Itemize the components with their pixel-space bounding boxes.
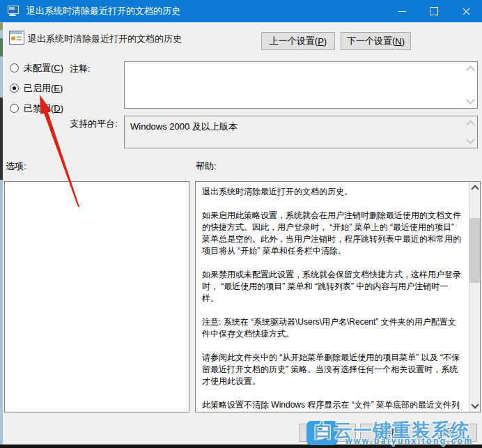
options-panel	[4, 181, 189, 412]
help-paragraph: 如果启用此策略设置，系统就会在用户注销时删除最近使用的文档文件的快捷方式。因此，…	[202, 210, 464, 257]
window-title: 退出系统时清除最近打开的文档的历史	[26, 0, 180, 22]
platform-field: Windows 2000 及以上版本	[124, 116, 478, 148]
scrollbar-up-button[interactable]	[469, 182, 480, 194]
comment-input[interactable]	[124, 61, 478, 109]
radio-enabled[interactable]: 已启用(E)	[10, 82, 63, 94]
scroll-up-icon	[466, 120, 475, 129]
radio-label: 未配置(C)	[24, 62, 63, 75]
help-label: 帮助:	[196, 160, 217, 173]
chevron-up-icon	[471, 185, 479, 192]
scroll-down-icon	[466, 135, 475, 144]
comment-label: 注释:	[70, 63, 91, 75]
options-label: 选项:	[6, 160, 26, 173]
radio-circle[interactable]	[10, 63, 19, 72]
help-paragraph: 请参阅此文件夹中的 “从开始菜单删除最近使用的项目菜单” 以及 “不保留最近打开…	[202, 352, 464, 387]
maximize-icon	[430, 7, 438, 15]
scroll-up-icon[interactable]	[466, 65, 475, 75]
maximize-button[interactable]	[418, 0, 450, 22]
group-policy-setting-dialog: 退出系统时清除最近打开的文档的历史 退出系统时清除最近打开的文档的历史 上一个设…	[0, 0, 482, 448]
scrollbar-thumb[interactable]	[469, 218, 480, 283]
scrollbar-down-button[interactable]	[469, 400, 480, 412]
radio-not-configured[interactable]: 未配置(C)	[10, 62, 63, 74]
minimize-button[interactable]	[386, 0, 418, 22]
minimize-icon	[398, 11, 406, 12]
chevron-down-icon	[471, 401, 479, 408]
setting-title: 退出系统时清除最近打开的文档的历史	[28, 33, 182, 45]
close-button[interactable]	[450, 0, 482, 22]
watermark-url-text: www.baiyunxitong.com	[345, 436, 474, 446]
next-setting-button[interactable]: 下一个设置(N)	[341, 32, 411, 50]
help-text: 退出系统时清除最近打开的文档的历史。如果启用此策略设置，系统就会在用户注销时删除…	[196, 182, 468, 412]
title-bar: 退出系统时清除最近打开的文档的历史	[0, 0, 482, 22]
platform-label: 支持的平台:	[70, 118, 118, 130]
radio-label: 已启用(E)	[24, 82, 63, 95]
help-paragraph: 如果禁用或未配置此设置，系统就会保留文档快捷方式，这样用户登录时， “最近使用的…	[202, 269, 464, 304]
previous-setting-button[interactable]: 上一个设置(P)	[261, 32, 335, 50]
help-panel: 退出系统时清除最近打开的文档的历史。如果启用此策略设置，系统就会在用户注销时删除…	[195, 181, 481, 412]
help-paragraph: 注意: 系统在 “系统驱动器\Users\用户名\Recent” 文件夹的用户配…	[202, 316, 464, 340]
radio-disabled[interactable]: 已禁用(D)	[10, 102, 63, 114]
radio-circle[interactable]	[10, 104, 19, 113]
help-paragraph: 此策略设置不清除 Windows 程序显示在 “文件” 菜单底部的最近文件列表。…	[202, 399, 464, 412]
radio-label: 已禁用(D)	[24, 102, 63, 115]
background-window-edge	[0, 22, 3, 448]
close-icon	[462, 7, 471, 16]
radio-circle-selected[interactable]	[10, 84, 19, 93]
scroll-down-icon[interactable]	[466, 95, 475, 105]
help-scrollbar[interactable]	[469, 182, 480, 412]
group-policy-icon	[8, 6, 20, 16]
platform-value: Windows 2000 及以上版本	[130, 121, 238, 132]
help-paragraph: 退出系统时清除最近打开的文档的历史。	[202, 186, 464, 198]
policy-setting-icon	[9, 31, 24, 45]
